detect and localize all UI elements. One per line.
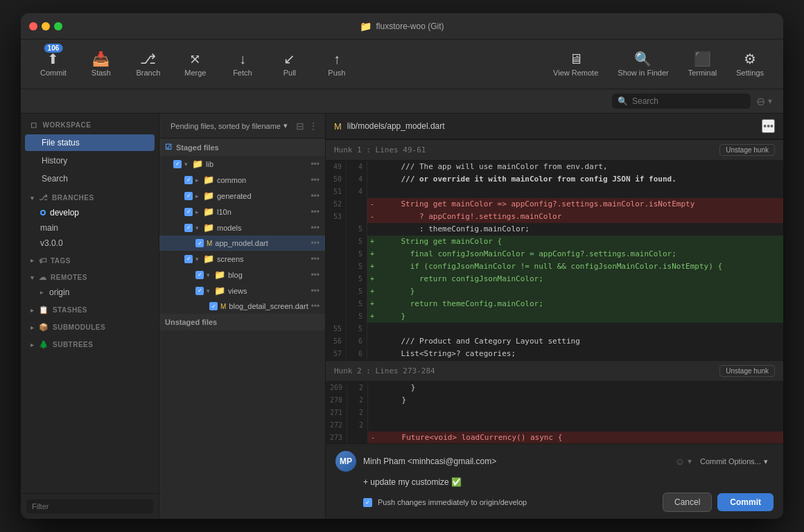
search-wrapper: 🔍 xyxy=(612,94,751,109)
minimize-button[interactable] xyxy=(42,22,50,30)
hunk2-unstage-button[interactable]: Unstage hunk xyxy=(719,365,775,377)
file-row-common[interactable]: ✓ ▸ 📁 common ••• xyxy=(159,172,325,188)
sidebar-branch-main[interactable]: main xyxy=(21,220,159,236)
file-row-lib[interactable]: ✓ ▾ 📁 lib ••• xyxy=(159,156,325,172)
show-in-finder-label: Show in Finder xyxy=(618,69,668,77)
sort-chevron-icon: ▾ xyxy=(283,121,288,130)
file-panel-more-icon[interactable]: ⋮ xyxy=(308,121,318,132)
branches-section-header[interactable]: ▾ ⎇ BRANCHES xyxy=(21,188,159,205)
push-toolbar-item[interactable]: ↑ Push xyxy=(316,46,358,82)
history-label: History xyxy=(42,156,67,166)
diff-panel: M lib/models/app_model.dart ••• Hunk 1 :… xyxy=(326,114,783,519)
push-label: Push xyxy=(328,69,345,77)
emoji-picker-icon[interactable]: ☺ xyxy=(675,456,685,467)
sidebar-item-search[interactable]: Search xyxy=(25,170,155,187)
branch-v3-label: v3.0.0 xyxy=(40,238,63,248)
filter-dropdown-icon[interactable]: ▾ xyxy=(768,96,772,106)
submodules-icon: 📦 xyxy=(39,323,49,332)
push-checkbox[interactable]: ✓ xyxy=(363,498,372,507)
pull-toolbar-item[interactable]: ↙ Pull xyxy=(269,46,311,82)
common-checkbox[interactable]: ✓ xyxy=(184,176,193,184)
stashes-section-header[interactable]: ▸ 📋 STASHES xyxy=(21,300,159,317)
remotes-label: REMOTES xyxy=(51,274,87,281)
screens-checkbox[interactable]: ✓ xyxy=(184,255,193,263)
blog-detail-label: blog_detail_screen.dart xyxy=(229,302,308,310)
filter-input[interactable] xyxy=(26,499,153,513)
models-ellipsis[interactable]: ••• xyxy=(311,223,320,233)
file-row-views[interactable]: ✓ ▾ 📁 views ••• xyxy=(159,283,325,299)
commit-badge: 106 xyxy=(44,44,63,53)
origin-chevron-icon: ▸ xyxy=(40,289,44,296)
show-in-finder-toolbar-item[interactable]: 🔍 Show in Finder xyxy=(609,46,676,82)
l10n-ellipsis[interactable]: ••• xyxy=(311,207,320,217)
blog-collapse-icon: ▾ xyxy=(207,272,210,278)
views-checkbox[interactable]: ✓ xyxy=(195,287,204,295)
hunk1-unstage-button[interactable]: Unstage hunk xyxy=(719,144,775,156)
maximize-button[interactable] xyxy=(54,22,62,30)
window-title: 📁 fluxstore-woo (Git) xyxy=(360,21,444,32)
stash-icon: 📥 xyxy=(92,52,110,66)
diff-more-button[interactable]: ••• xyxy=(762,119,775,133)
tags-section-header[interactable]: ▸ 🏷 TAGS xyxy=(21,251,159,267)
file-row-l10n[interactable]: ✓ ▸ 📁 l10n ••• xyxy=(159,204,325,220)
sidebar-filter xyxy=(21,493,159,519)
file-row-models[interactable]: ✓ ▾ 📁 models ••• xyxy=(159,220,325,236)
diff-line-removed: 273 - Future<void> loadCurrency() async … xyxy=(326,432,783,443)
blog-detail-ellipsis[interactable]: ••• xyxy=(311,301,320,311)
terminal-toolbar-item[interactable]: ⬛ Terminal xyxy=(680,46,726,82)
subtrees-section-header[interactable]: ▸ 🌲 SUBTREES xyxy=(21,335,159,352)
staged-files-label: Staged files xyxy=(176,143,219,152)
emoji-picker-chevron-icon[interactable]: ▾ xyxy=(688,456,692,466)
diff-line: 57 6 List<String>? categories; xyxy=(326,348,783,360)
file-row-generated[interactable]: ✓ ▸ 📁 generated ••• xyxy=(159,188,325,204)
terminal-icon: ⬛ xyxy=(694,52,711,66)
commit-options-button[interactable]: Commit Options... ▾ xyxy=(694,454,774,469)
app-model-checkbox[interactable]: ✓ xyxy=(195,239,204,247)
sidebar-item-file-status[interactable]: File status xyxy=(25,134,155,151)
search-input[interactable] xyxy=(632,96,745,106)
sidebar-item-history[interactable]: History xyxy=(25,152,155,169)
stash-toolbar-item[interactable]: 📥 Stash xyxy=(80,46,122,82)
sort-button[interactable]: Pending files, sorted by filename ▾ xyxy=(166,119,292,132)
remotes-section-header[interactable]: ▾ ☁ REMOTES xyxy=(21,267,159,285)
pull-icon: ↙ xyxy=(283,52,295,66)
workspace-section-header: ◻ WORKSPACE xyxy=(21,114,159,134)
sidebar-remote-origin[interactable]: ▸ origin xyxy=(21,285,159,300)
lib-checkbox[interactable]: ✓ xyxy=(173,160,182,168)
models-checkbox[interactable]: ✓ xyxy=(184,224,193,232)
submodules-section-header[interactable]: ▸ 📦 SUBMODULES xyxy=(21,317,159,335)
common-ellipsis[interactable]: ••• xyxy=(311,175,320,185)
sidebar-branch-develop[interactable]: develop xyxy=(21,205,159,220)
app-model-ellipsis[interactable]: ••• xyxy=(311,238,320,248)
views-ellipsis[interactable]: ••• xyxy=(311,286,320,296)
fetch-toolbar-item[interactable]: ↓ Fetch xyxy=(222,46,263,82)
file-row-screens[interactable]: ✓ ▾ 📁 screens ••• xyxy=(159,251,325,267)
lib-ellipsis[interactable]: ••• xyxy=(311,159,320,169)
push-icon: ↑ xyxy=(333,52,340,66)
models-folder-icon: 📁 xyxy=(203,222,214,233)
commit-button[interactable]: Commit xyxy=(717,493,774,511)
file-row-blog-detail[interactable]: ✓ M blog_detail_screen.dart ••• xyxy=(159,299,325,314)
generated-checkbox[interactable]: ✓ xyxy=(184,192,193,200)
file-row-app-model[interactable]: ✓ M app_model.dart ••• xyxy=(159,236,325,251)
file-panel-view-icon[interactable]: ⊟ xyxy=(296,121,304,132)
submodules-label: SUBMODULES xyxy=(53,323,105,331)
views-folder-icon: 📁 xyxy=(214,285,225,296)
view-remote-toolbar-item[interactable]: 🖥 View Remote xyxy=(545,46,606,82)
settings-toolbar-item[interactable]: ⚙ Settings xyxy=(728,46,772,82)
generated-ellipsis[interactable]: ••• xyxy=(311,191,320,201)
blog-checkbox[interactable]: ✓ xyxy=(195,271,204,279)
blog-ellipsis[interactable]: ••• xyxy=(311,270,320,280)
close-button[interactable] xyxy=(29,22,37,30)
file-row-blog[interactable]: ✓ ▾ 📁 blog ••• xyxy=(159,267,325,283)
sidebar-branch-v3[interactable]: v3.0.0 xyxy=(21,236,159,251)
branch-toolbar-item[interactable]: ⎇ Branch xyxy=(128,46,169,82)
filter-icon[interactable]: ⊖ xyxy=(756,95,765,108)
cancel-button[interactable]: Cancel xyxy=(663,493,712,512)
merge-toolbar-item[interactable]: ⤧ Merge xyxy=(175,46,216,82)
l10n-label: l10n xyxy=(217,208,231,216)
title-folder-icon: 📁 xyxy=(360,21,372,32)
l10n-checkbox[interactable]: ✓ xyxy=(184,208,193,216)
screens-ellipsis[interactable]: ••• xyxy=(311,254,320,264)
blog-detail-checkbox[interactable]: ✓ xyxy=(209,302,218,310)
